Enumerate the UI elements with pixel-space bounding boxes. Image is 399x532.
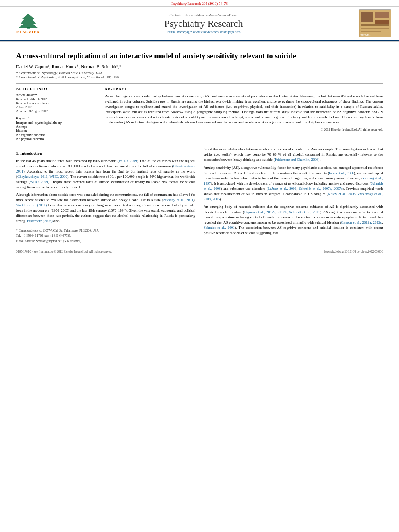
journal-homepage: journal homepage: www.elsevier.com/locat…	[48, 30, 359, 34]
ref-schmidt-2007a: Schmidt et al., 2007a, 2007b	[299, 187, 343, 191]
ref-schmidt-2001: Schmidt et al., 2001	[289, 210, 320, 214]
received-date: Received 5 March 2012	[16, 97, 97, 101]
footnote-correspondence: * Correspondence to: 1107 W. Call St., T…	[16, 229, 195, 233]
ref-chaykovskaya-2011-1: Chaykovskaya, 2011	[16, 164, 195, 173]
ref-pridemore-2006: Pridemore (2006)	[27, 219, 53, 223]
ref-zvolensky-2003: Zvolensky et al., 2003, 2005	[204, 192, 383, 201]
journal-center: Contents lists available at SciVerse Sci…	[48, 13, 359, 34]
sciverse-text: Contents lists available at SciVerse Sci…	[170, 13, 238, 17]
main-content: A cross-cultural replication of an inter…	[0, 42, 399, 261]
svg-rect-5	[361, 12, 373, 22]
revised-date: 2 June 2012	[16, 105, 97, 109]
bottom-bar: 0165-1781/$ - see front matter © 2012 El…	[16, 248, 383, 253]
ref-who-2009-3: WHO, 2009	[30, 180, 48, 184]
svg-rect-7	[375, 20, 389, 24]
authors-line: Daniel W. Capronᵃ, Roman Kotovᵇ, Norman …	[16, 64, 383, 69]
journal-cover-icon: PsychRes	[359, 10, 391, 37]
accepted-date: Accepted 8 August 2012	[16, 109, 97, 113]
journal-header: ELSEVIER Contents lists available at Sci…	[0, 7, 399, 41]
footnote-email: E-mail address: Schmidt@psy.fsu.edu (N.B…	[16, 239, 195, 244]
keyword-2: Attempt	[16, 125, 97, 129]
paper-title: A cross-cultural replication of an inter…	[16, 51, 383, 61]
history-label: Article history:	[16, 93, 97, 97]
svg-rect-8	[361, 24, 389, 26]
affiliation-a: ᵃ Department of Psychology, Florida Stat…	[16, 71, 383, 75]
footnote-tel: Tel.: +1 850 645 1766; fax: +1 850 644 7…	[16, 234, 195, 238]
abstract-text: Recent findings indicate a relationship …	[105, 94, 383, 125]
citation-text: Psychiatry Research 205 (2013) 74–78	[171, 2, 228, 6]
info-abstract-section: ARTICLE INFO Article history: Received 5…	[16, 87, 383, 141]
section1-heading: 1. Introduction	[16, 151, 195, 157]
body-two-col: 1. Introduction In the last 45 years sui…	[16, 147, 383, 244]
body-right-col: found the same relationship between alco…	[204, 147, 383, 244]
journal-thumbnail: PsychRes	[359, 9, 391, 37]
ref-schmidt-2001-2: Schmidt et al., 2001	[204, 226, 235, 230]
ref-zinbarg-1997: Zinbarg et al., 1997	[204, 176, 383, 185]
abstract-col: ABSTRACT Recent findings indicate a rela…	[105, 87, 383, 141]
ref-reiss-1986: Reiss et al., 1986	[329, 171, 354, 175]
issn-line: 0165-1781/$ - see front matter © 2012 El…	[16, 250, 112, 253]
body-para-4: Anxiety sensitivity (AS), a cognitive vu…	[204, 165, 383, 202]
affiliations: ᵃ Department of Psychology, Florida Stat…	[16, 71, 383, 79]
homepage-url[interactable]: www.elsevier.com/locate/psychres	[193, 30, 240, 34]
ref-kotov-2005: Kotov et al., 2005	[328, 192, 356, 196]
body-left-col: 1. Introduction In the last 45 years sui…	[16, 147, 195, 244]
svg-rect-6	[375, 12, 389, 18]
elsevier-label: ELSEVIER	[16, 30, 40, 34]
article-info-col: ARTICLE INFO Article history: Received 5…	[16, 87, 97, 141]
ref-capron-2012c: Capron et al., 2012a, 2012c	[341, 220, 382, 224]
footnote-area: * Correspondence to: 1107 W. Call St., T…	[16, 227, 195, 244]
ref-who-2009-2: WHO, 2009	[49, 175, 67, 179]
body-para-5: An emerging body of research indicates t…	[204, 204, 383, 236]
keyword-5: AS physical concerns	[16, 137, 97, 141]
affiliation-b: ᵇ Department of Psychiatry, SUNY Stony B…	[16, 75, 383, 79]
homepage-label: journal homepage:	[167, 30, 192, 34]
doi-line: http://dx.doi.org/10.1016/j.psychres.201…	[324, 250, 383, 253]
abstract-heading: ABSTRACT	[105, 87, 383, 92]
keyword-1: Interpersonal–psychological theory	[16, 121, 97, 125]
keywords-label: Keywords:	[16, 116, 97, 120]
article-info-heading: ARTICLE INFO	[16, 87, 97, 91]
ref-lejuez-2006: LeJuez et al., 2006	[268, 187, 297, 191]
elsevier-logo-icon	[14, 13, 42, 29]
body-content: 1. Introduction In the last 45 years sui…	[16, 147, 383, 244]
ref-stickley-2011-2: Stickley et al. (2011)	[16, 203, 47, 207]
publisher-logo-area: ELSEVIER	[8, 13, 48, 34]
ref-capron-2012a: Capron et al., 2012a, 2012b	[244, 210, 287, 214]
body-para-2: Although information about suicide rates…	[16, 192, 195, 224]
section-divider	[16, 83, 383, 84]
ref-chaykovskaya-2011-2: Chaykovskaya, 2011	[17, 175, 47, 179]
ref-pridemore-chamlin-2006: Pridemore and Chamlin, 2006	[275, 158, 318, 162]
body-para-1: In the last 45 years suicide rates have …	[16, 158, 195, 190]
keyword-4: AS cognitive concerns	[16, 133, 97, 137]
keywords-section: Keywords: Interpersonal–psychological th…	[16, 116, 97, 141]
copyright-line: © 2012 Elsevier Ireland Ltd. All rights …	[105, 127, 383, 132]
keyword-3: Ideation	[16, 129, 97, 133]
ref-who-2009-1: WHO, 2009	[119, 159, 137, 163]
body-para-3: found the same relationship between alco…	[204, 147, 383, 162]
svg-rect-9	[361, 28, 389, 29]
svg-rect-2	[27, 27, 30, 29]
svg-rect-10	[361, 31, 381, 32]
svg-text:PsychRes: PsychRes	[361, 34, 371, 36]
revised-label: Received in revised form	[16, 101, 97, 105]
journal-citation: Psychiatry Research 205 (2013) 74–78	[0, 0, 399, 7]
journal-title: Psychiatry Research	[48, 18, 359, 29]
sciverse-line: Contents lists available at SciVerse Sci…	[48, 13, 359, 17]
ref-stickley-2011-1: Stickley et al., 2011	[163, 198, 193, 202]
